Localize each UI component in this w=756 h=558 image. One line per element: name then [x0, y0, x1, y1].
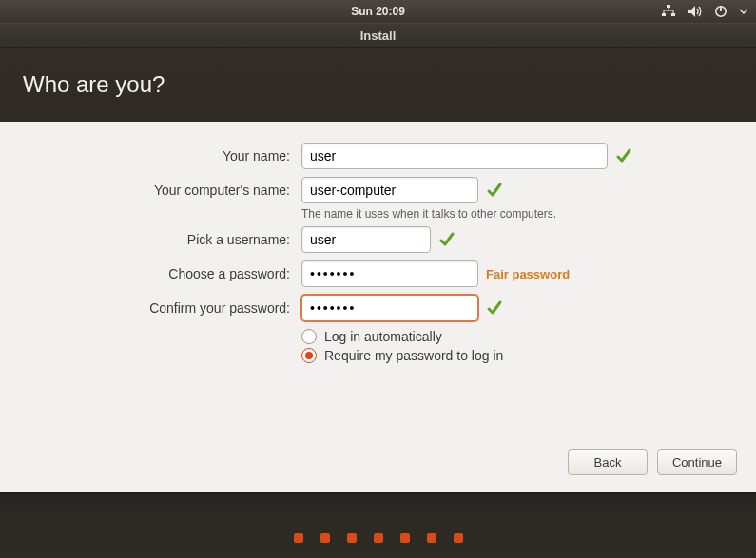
- progress-dot: [427, 533, 436, 543]
- check-icon: [615, 147, 632, 164]
- window-titlebar: Install: [0, 23, 756, 48]
- radio-icon: [301, 329, 317, 344]
- radio-login-auto[interactable]: Log in automatically: [301, 329, 756, 344]
- computer-label: Your computer's name:: [0, 183, 301, 198]
- name-label: Your name:: [0, 148, 301, 164]
- volume-icon[interactable]: [688, 5, 703, 18]
- password-strength: Fair password: [486, 267, 570, 281]
- progress-dot: [294, 533, 303, 543]
- system-menubar: Sun 20:09: [0, 0, 756, 23]
- username-label: Pick a username:: [0, 232, 301, 247]
- system-tray: [661, 5, 748, 18]
- page-title: Who are you?: [23, 71, 165, 98]
- check-icon: [486, 182, 503, 199]
- progress-dot: [454, 533, 463, 543]
- progress-dot: [374, 533, 383, 543]
- radio-require-password[interactable]: Require my password to log in: [301, 348, 756, 363]
- window-title: Install: [360, 29, 397, 43]
- confirm-label: Confirm your password:: [0, 300, 301, 316]
- name-input[interactable]: [301, 143, 608, 169]
- check-icon: [438, 231, 456, 248]
- clock: Sun 20:09: [351, 5, 405, 18]
- power-icon[interactable]: [714, 5, 727, 18]
- progress-dot: [400, 533, 410, 543]
- page-header: Who are you?: [0, 48, 756, 122]
- form-body: Your name: Your computer's name: The nam…: [0, 122, 756, 492]
- back-button[interactable]: Back: [568, 449, 648, 475]
- computer-input[interactable]: [301, 177, 478, 203]
- password-input[interactable]: [301, 260, 478, 287]
- dropdown-arrow-icon[interactable]: [739, 5, 748, 18]
- check-icon: [486, 299, 503, 317]
- radio-require-password-label: Require my password to log in: [324, 348, 503, 363]
- radio-login-auto-label: Log in automatically: [324, 329, 442, 344]
- progress-dots: [0, 492, 756, 558]
- progress-dot: [347, 533, 357, 543]
- confirm-password-input[interactable]: [301, 295, 478, 321]
- network-icon[interactable]: [661, 5, 676, 18]
- progress-dot: [320, 533, 330, 543]
- computer-hint: The name it uses when it talks to other …: [301, 207, 756, 221]
- password-label: Choose a password:: [0, 266, 301, 281]
- continue-button[interactable]: Continue: [657, 449, 737, 475]
- username-input[interactable]: [301, 226, 431, 253]
- svg-rect-0: [667, 5, 670, 8]
- radio-icon: [301, 348, 317, 363]
